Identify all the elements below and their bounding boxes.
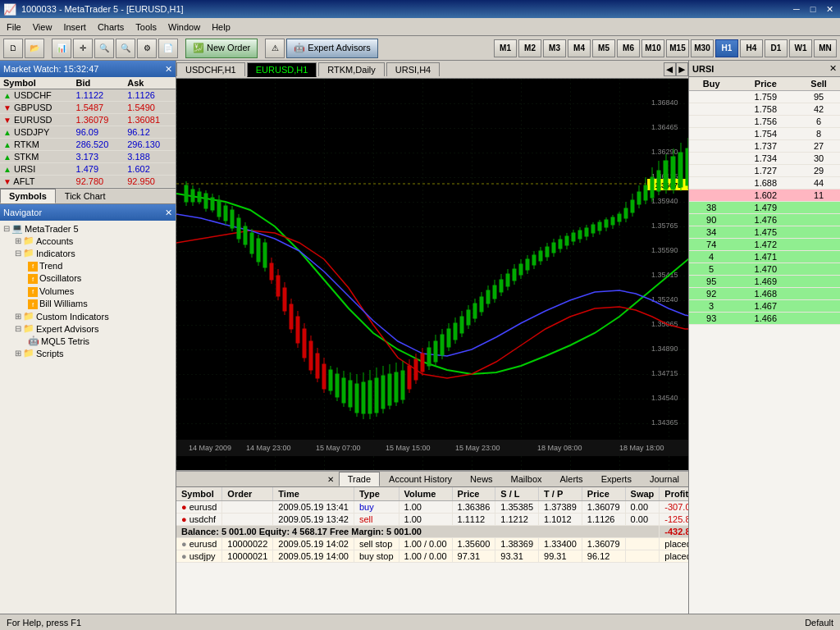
tab-alerts[interactable]: Alerts bbox=[551, 472, 592, 486]
market-watch-row[interactable]: ▲ STKM 3.173 3.188 bbox=[0, 151, 176, 163]
navigator-close[interactable]: ✕ bbox=[165, 208, 172, 218]
toolbar-zoom-in[interactable]: 🔍 bbox=[94, 39, 114, 58]
tab-journal[interactable]: Journal bbox=[641, 472, 688, 486]
chart-tab-ursi[interactable]: URSI,H4 bbox=[386, 62, 440, 76]
tf-mn[interactable]: MN bbox=[814, 39, 837, 57]
market-watch-row[interactable]: ▼ GBPUSD 1.5487 1.5490 bbox=[0, 102, 176, 114]
toolbar-chart-bar[interactable]: 📊 bbox=[52, 39, 71, 58]
tab-symbols[interactable]: Symbols bbox=[0, 189, 56, 203]
tf-m30[interactable]: M30 bbox=[691, 39, 714, 57]
nav-tree-item[interactable]: ⊞ 📁 Custom Indicators bbox=[2, 310, 174, 322]
tab-account-history[interactable]: Account History bbox=[380, 472, 461, 486]
pending-order-row[interactable]: ● usdjpy 10000021 2009.05.19 14:00 buy s… bbox=[176, 550, 688, 563]
nav-expand-icon: ⊞ bbox=[15, 312, 21, 321]
trade-profit: -307.00 bbox=[660, 501, 688, 514]
toolbar-open[interactable]: 📂 bbox=[25, 39, 44, 58]
nav-tree-item[interactable]: f Bill Williams bbox=[2, 298, 174, 311]
tf-m15[interactable]: M15 bbox=[666, 39, 689, 57]
ursi-price: 1.737 bbox=[733, 140, 797, 153]
tf-m10[interactable]: M10 bbox=[641, 39, 664, 57]
nav-tree-item[interactable]: 🤖 MQL5 Tetris bbox=[2, 335, 174, 347]
nav-tree-item[interactable]: f Oscillators bbox=[2, 272, 174, 285]
tab-trade[interactable]: Trade bbox=[339, 472, 380, 486]
terminal-close-button[interactable]: ✕ bbox=[324, 475, 337, 484]
ursi-row: 93 1.466 bbox=[689, 313, 840, 325]
tf-h1[interactable]: H1 bbox=[715, 39, 738, 57]
toolbar-zoom-out[interactable]: 🔍 bbox=[116, 39, 135, 58]
toolbar-properties[interactable]: ⚙ bbox=[137, 39, 157, 58]
expert-advisors-button[interactable]: 🤖 Expert Advisors bbox=[286, 39, 377, 58]
maximize-button[interactable]: □ bbox=[806, 2, 820, 16]
chart-tab-usdchf[interactable]: USDCHF,H1 bbox=[176, 62, 245, 76]
market-watch-close[interactable]: ✕ bbox=[165, 64, 172, 75]
ursi-price: 1.759 bbox=[733, 91, 797, 103]
close-button[interactable]: ✕ bbox=[822, 2, 837, 16]
tf-m5[interactable]: M5 bbox=[592, 39, 615, 57]
tf-m6[interactable]: M6 bbox=[617, 39, 640, 57]
trade-order bbox=[222, 514, 273, 526]
title-bar: 📈 1000033 - MetaTrader 5 - [EURUSD,H1] ─… bbox=[0, 0, 840, 18]
pending-order-row[interactable]: ● eurusd 10000022 2009.05.19 14:02 sell … bbox=[176, 538, 688, 550]
market-watch-row[interactable]: ▲ USDCHF 1.1122 1.1126 bbox=[0, 89, 176, 102]
nav-item-label: Volumes bbox=[39, 286, 74, 296]
nav-tree-item[interactable]: ⊟ 💻 MetaTrader 5 bbox=[2, 222, 174, 235]
ursi-price: 1.472 bbox=[733, 239, 797, 251]
toolbar-crosshair[interactable]: ✛ bbox=[73, 39, 93, 58]
tf-m4[interactable]: M4 bbox=[568, 39, 591, 57]
market-watch-row[interactable]: ▼ EURUSD 1.36079 1.36081 bbox=[0, 114, 176, 126]
terminal-row[interactable]: ● usdchf 2009.05.19 13:42 sell 1.00 1.11… bbox=[176, 514, 688, 526]
market-watch-row[interactable]: ▲ URSI 1.479 1.602 bbox=[0, 163, 176, 176]
menu-window[interactable]: Window bbox=[163, 21, 205, 34]
menu-help[interactable]: Help bbox=[207, 21, 235, 34]
nav-tree-item[interactable]: f Trend bbox=[2, 259, 174, 272]
nav-tree-item[interactable]: ⊞ 📁 Scripts bbox=[2, 347, 174, 359]
nav-tree-item[interactable]: ⊟ 📁 Expert Advisors bbox=[2, 322, 174, 335]
tf-d1[interactable]: D1 bbox=[765, 39, 788, 57]
minimize-button[interactable]: ─ bbox=[789, 2, 804, 16]
ursi-close[interactable]: ✕ bbox=[829, 63, 837, 74]
menu-charts[interactable]: Charts bbox=[93, 21, 129, 34]
ursi-row: 3 1.467 bbox=[689, 300, 840, 313]
new-order-button[interactable]: 💹 New Order bbox=[185, 39, 258, 58]
market-watch-row[interactable]: ▲ RTKM 286.520 296.130 bbox=[0, 139, 176, 151]
tf-w1[interactable]: W1 bbox=[789, 39, 812, 57]
tab-experts[interactable]: Experts bbox=[592, 472, 641, 486]
tf-m3[interactable]: M3 bbox=[543, 39, 566, 57]
chart-scroll-left[interactable]: ◄ bbox=[664, 62, 676, 76]
terminal-row[interactable]: ● eurusd 2009.05.19 13:41 buy 1.00 1.363… bbox=[176, 501, 688, 514]
toolbar-alert[interactable]: ⚠ bbox=[265, 39, 285, 58]
ursi-row: 4 1.471 bbox=[689, 251, 840, 263]
chart-tab-eurusd[interactable]: EURUSD,H1 bbox=[247, 62, 317, 77]
tf-h4[interactable]: H4 bbox=[740, 39, 763, 57]
menu-file[interactable]: File bbox=[2, 21, 26, 34]
ursi-row: 1.734 30 bbox=[689, 153, 840, 165]
chart-tab-rtkm[interactable]: RTKM,Daily bbox=[318, 62, 384, 76]
menu-view[interactable]: View bbox=[28, 21, 57, 34]
tf-m2[interactable]: M2 bbox=[518, 39, 541, 57]
toolbar-template[interactable]: 📄 bbox=[158, 39, 178, 58]
menu-tools[interactable]: Tools bbox=[130, 21, 162, 34]
tab-tick-chart[interactable]: Tick Chart bbox=[56, 189, 115, 203]
toolbar-new[interactable]: 🗋 bbox=[3, 39, 23, 58]
ursi-price: 1.469 bbox=[733, 276, 797, 288]
svg-text:1.35940: 1.35940 bbox=[651, 197, 678, 205]
nav-tree-item[interactable]: ⊞ 📁 Accounts bbox=[2, 235, 174, 247]
market-watch-row[interactable]: ▲ USDJPY 96.09 96.12 bbox=[0, 126, 176, 139]
nav-tree-item[interactable]: ⊟ 📁 Indicators bbox=[2, 247, 174, 259]
market-watch-row[interactable]: ▼ AFLT 92.780 92.950 bbox=[0, 176, 176, 188]
ursi-row: 1.727 29 bbox=[689, 165, 840, 177]
ursi-buy: 34 bbox=[689, 226, 733, 239]
tab-mailbox[interactable]: Mailbox bbox=[502, 472, 551, 486]
trade-type: sell bbox=[354, 514, 399, 526]
mw-symbol: ▼ GBPUSD bbox=[0, 102, 73, 114]
svg-text:1.35065: 1.35065 bbox=[651, 320, 678, 328]
chart-scroll-right[interactable]: ► bbox=[676, 62, 688, 76]
order-symbol: ● eurusd bbox=[176, 538, 222, 550]
tf-m1[interactable]: M1 bbox=[494, 39, 517, 57]
menu-insert[interactable]: Insert bbox=[58, 21, 91, 34]
order-time: 2009.05.19 14:00 bbox=[273, 550, 354, 563]
mw-bid: 286.520 bbox=[73, 139, 125, 151]
tab-news[interactable]: News bbox=[461, 472, 502, 486]
nav-tree-item[interactable]: f Volumes bbox=[2, 285, 174, 298]
balance-row: Balance: 5 001.00 Equity: 4 568.17 Free … bbox=[176, 526, 688, 538]
